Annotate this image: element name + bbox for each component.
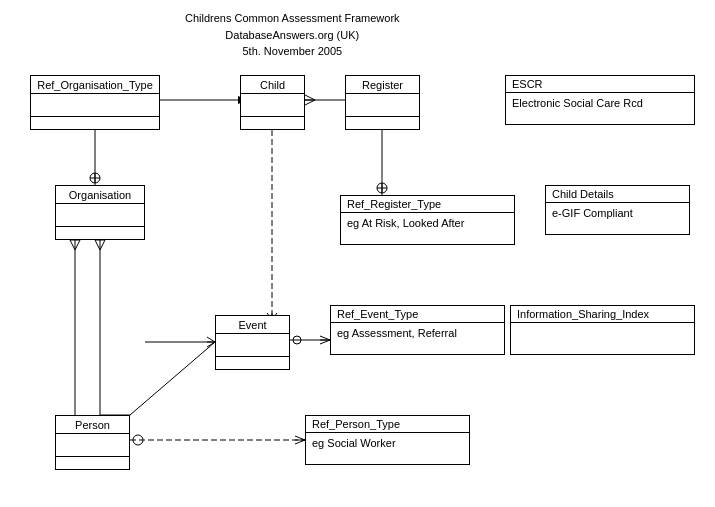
person-label: Person (75, 419, 110, 431)
ref-organisation-type-body2 (31, 116, 159, 134)
organisation-header: Organisation (56, 186, 144, 204)
person-entity: Person (55, 415, 130, 470)
svg-point-29 (293, 336, 301, 344)
escr-header: ESCR (506, 76, 694, 92)
ref-event-type-body-text: eg Assessment, Referral (337, 327, 457, 339)
svg-line-13 (305, 100, 315, 105)
ref-event-type-entity: Ref_Event_Type eg Assessment, Referral (330, 305, 505, 355)
register-label: Register (362, 79, 403, 91)
diagram-container: Childrens Common Assessment Framework Da… (0, 0, 715, 507)
event-body (216, 334, 289, 356)
organisation-label: Organisation (69, 189, 131, 201)
organisation-entity: Organisation (55, 185, 145, 240)
escr-label: ESCR (512, 78, 543, 90)
svg-line-32 (207, 342, 215, 347)
child-body (241, 94, 304, 116)
information-sharing-index-label: Information_Sharing_Index (517, 308, 649, 320)
ref-event-type-body: eg Assessment, Referral (331, 322, 504, 343)
organisation-body (56, 204, 144, 226)
register-body2 (346, 116, 419, 134)
ref-event-type-header: Ref_Event_Type (331, 306, 504, 322)
ref-register-type-body-text: eg At Risk, Looked After (347, 217, 464, 229)
svg-point-1 (90, 173, 100, 183)
information-sharing-index-entity: Information_Sharing_Index (510, 305, 695, 355)
event-label: Event (238, 319, 266, 331)
ref-organisation-type-body (31, 94, 159, 116)
ref-person-type-entity: Ref_Person_Type eg Social Worker (305, 415, 470, 465)
person-body (56, 434, 129, 456)
escr-body: Electronic Social Care Rcd (506, 92, 694, 113)
child-details-header: Child Details (546, 186, 689, 202)
title-line2: DatabaseAnswers.org (UK) (185, 27, 400, 44)
svg-line-31 (207, 337, 215, 342)
child-entity: Child (240, 75, 305, 130)
ref-register-type-entity: Ref_Register_Type eg At Risk, Looked Aft… (340, 195, 515, 245)
register-body (346, 94, 419, 116)
organisation-body2 (56, 226, 144, 244)
ref-person-type-header: Ref_Person_Type (306, 416, 469, 432)
ref-person-type-label: Ref_Person_Type (312, 418, 400, 430)
svg-line-36 (295, 440, 305, 444)
child-details-body: e-GIF Compliant (546, 202, 689, 223)
ref-register-type-header: Ref_Register_Type (341, 196, 514, 212)
ref-organisation-type-entity: Ref_Organisation_Type (30, 75, 160, 130)
person-header: Person (56, 416, 129, 434)
svg-line-39 (130, 342, 215, 415)
ref-organisation-type-label: Ref_Organisation_Type (37, 79, 153, 91)
svg-line-12 (305, 95, 315, 100)
event-body2 (216, 356, 289, 374)
escr-body-text: Electronic Social Care Rcd (512, 97, 643, 109)
register-entity: Register (345, 75, 420, 130)
ref-register-type-body: eg At Risk, Looked After (341, 212, 514, 233)
child-details-label: Child Details (552, 188, 614, 200)
register-header: Register (346, 76, 419, 94)
svg-point-38 (133, 435, 143, 445)
information-sharing-index-header: Information_Sharing_Index (511, 306, 694, 322)
title-line3: 5th. November 2005 (185, 43, 400, 60)
child-details-entity: Child Details e-GIF Compliant (545, 185, 690, 235)
child-label: Child (260, 79, 285, 91)
ref-register-type-label: Ref_Register_Type (347, 198, 441, 210)
svg-line-35 (295, 436, 305, 440)
svg-line-27 (320, 340, 330, 344)
ref-event-type-label: Ref_Event_Type (337, 308, 418, 320)
ref-person-type-body-text: eg Social Worker (312, 437, 396, 449)
svg-line-26 (320, 336, 330, 340)
escr-entity: ESCR Electronic Social Care Rcd (505, 75, 695, 125)
child-body2 (241, 116, 304, 134)
event-header: Event (216, 316, 289, 334)
title-line1: Childrens Common Assessment Framework (185, 10, 400, 27)
svg-point-18 (377, 183, 387, 193)
ref-person-type-body: eg Social Worker (306, 432, 469, 453)
title-block: Childrens Common Assessment Framework Da… (185, 10, 400, 60)
information-sharing-index-body (511, 322, 694, 331)
event-entity: Event (215, 315, 290, 370)
child-details-body-text: e-GIF Compliant (552, 207, 633, 219)
child-header: Child (241, 76, 304, 94)
ref-organisation-type-header: Ref_Organisation_Type (31, 76, 159, 94)
person-body2 (56, 456, 129, 474)
